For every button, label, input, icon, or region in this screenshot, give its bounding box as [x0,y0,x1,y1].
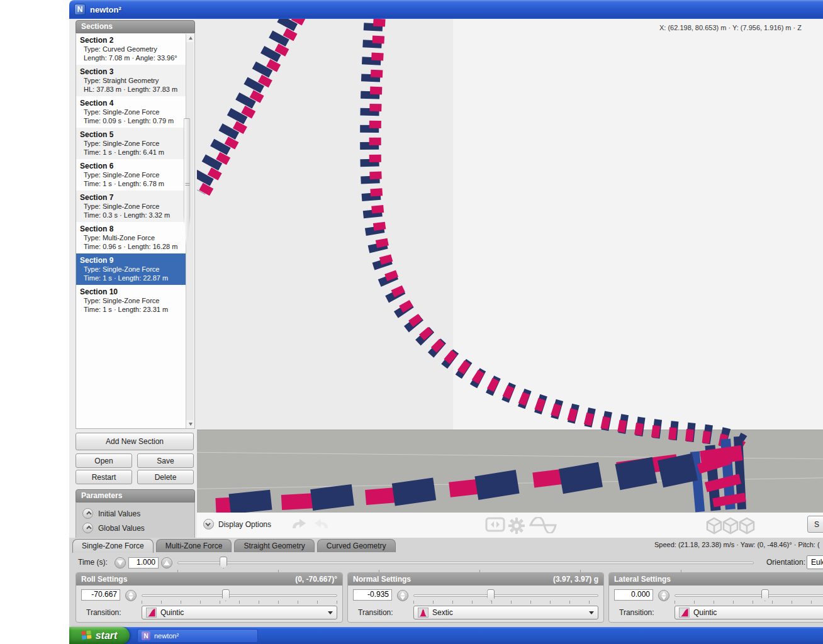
section-name: Section 7 [80,193,184,202]
roll-slider-ticks [142,601,337,604]
roll-spinner[interactable] [125,590,137,601]
window-titlebar[interactable]: N newton² [69,0,823,19]
scroll-down-icon[interactable] [186,420,194,428]
viewport-3d[interactable]: X: (62.198, 80.653) m · Y: (7.956, 1.916… [197,19,823,513]
chevron-down-icon[interactable] [203,519,214,530]
gear-icon[interactable] [508,517,525,535]
time-slider[interactable] [177,556,754,570]
section-list-item[interactable]: Section 7 Type: Single-Zone Force Time: … [76,191,186,222]
coords-readout: X: (62.198, 80.653) m · Y: (7.956, 1.916… [659,24,823,31]
time-input[interactable]: 1.000 [128,557,159,569]
fit-view-icon[interactable] [485,517,505,532]
normal-slider-groove[interactable] [413,594,598,597]
lateral-value-input[interactable]: 0.000 [614,589,653,601]
open-button[interactable]: Open [76,453,132,468]
section-type: Type: Single-Zone Force [80,296,184,305]
start-button[interactable]: start [69,627,130,644]
normal-value-input[interactable]: -0.935 [353,589,392,601]
global-values-label: Global Values [98,524,145,533]
time-slider-groove[interactable] [177,562,754,564]
roll-slider-thumb[interactable] [222,589,230,601]
section-list-item[interactable]: Section 4 Type: Single-Zone Force Time: … [76,96,186,128]
time-label: Time (s): [78,558,108,567]
lateral-spinner[interactable] [658,590,669,601]
normal-spinner[interactable] [397,590,408,601]
lateral-slider-thumb[interactable] [761,589,769,601]
cube-icon[interactable] [738,517,756,535]
normal-transition-value: Sextic [432,608,589,617]
side-panel-button[interactable]: S [807,516,823,533]
roll-value-input[interactable]: -70.667 [81,589,120,601]
section-list-item[interactable]: Section 3 Type: Straight Geometry HL: 37… [76,65,186,96]
section-detail: Time: 0.96 s · Length: 16.28 m [80,242,184,251]
sextic-curve-icon [418,608,428,618]
collapse-initial-values-button[interactable] [82,508,93,519]
add-new-section-button[interactable]: Add New Section [76,433,194,450]
parameters-panel: Parameters Initial Values Global Values [76,489,195,540]
time-slider-thumb[interactable] [220,557,227,569]
section-list-item-selected[interactable]: Section 9 Type: Single-Zone Force Time: … [76,253,186,285]
redo-icon[interactable] [311,517,330,533]
viewport-controls-strip: Display Options [197,513,823,538]
time-decrement-button[interactable] [115,557,126,569]
sections-panel-header: Sections [76,20,195,33]
newton-task-icon: N [142,631,150,640]
tab-single-zone-force[interactable]: Single-Zone Force [72,539,154,553]
roll-slider-groove[interactable] [142,594,337,597]
parameters-body: Initial Values Global Values [76,502,195,540]
display-options-button[interactable]: Display Options [203,519,271,530]
taskbar: start N newton² [69,627,823,644]
normal-transition-label: Transition: [358,608,393,617]
desktop: N newton² Sections Section 2 Type: Curve… [0,0,823,644]
normal-transition-dropdown[interactable]: Sextic [413,606,598,619]
restart-button[interactable]: Restart [76,470,132,484]
tab-multi-zone-force[interactable]: Multi-Zone Force [156,539,232,552]
lateral-transition-dropdown[interactable]: Quintic [675,606,823,619]
collapse-global-values-button[interactable] [82,523,93,533]
dropdown-arrow-icon [328,611,333,614]
time-increment-button[interactable] [161,557,172,569]
orientation-dropdown[interactable]: Eule [807,555,823,569]
delete-button[interactable]: Delete [137,470,194,484]
sections-list: Section 2 Type: Curved Geometry Length: … [76,33,195,429]
cube-icon[interactable] [722,517,739,535]
cube-icon[interactable] [705,517,723,535]
section-name: Section 4 [80,99,184,108]
tab-curved-geometry[interactable]: Curved Geometry [317,539,396,552]
lateral-slider-groove[interactable] [675,594,823,597]
scrollbar-grip [186,183,190,187]
roll-settings-panel: Roll Settings (0, -70.667)° -70.667 Tran… [76,572,343,623]
save-button[interactable]: Save [137,453,194,468]
section-list-item[interactable]: Section 5 Type: Single-Zone Force Time: … [76,128,186,159]
roll-transition-label: Transition: [86,608,121,617]
section-editor: Single-Zone Force Multi-Zone Force Strai… [69,538,823,627]
normal-settings-header: Normal Settings (3.97, 3.97) g [348,573,603,586]
section-detail: Time: 1 s · Length: 23.31 m [80,305,184,314]
taskbar-task-newton[interactable]: N newton² [137,629,258,643]
section-name: Section 9 [80,256,184,265]
section-list-item[interactable]: Section 6 Type: Single-Zone Force Time: … [76,159,186,191]
normal-settings-panel: Normal Settings (3.97, 3.97) g -0.935 Tr… [347,572,604,623]
quintic-curve-icon [146,608,157,618]
sections-scrollbar[interactable] [186,34,194,428]
roll-transition-dropdown[interactable]: Quintic [142,606,337,619]
section-list-item[interactable]: Section 2 Type: Curved Geometry Length: … [76,33,186,65]
quintic-curve-icon [679,608,690,618]
section-detail: Time: 1 s · Length: 6.41 m [80,148,184,157]
global-values-row[interactable]: Global Values [82,521,194,535]
undo-icon[interactable] [290,517,309,533]
section-list-item[interactable]: Section 10 Type: Single-Zone Force Time:… [76,285,186,316]
section-list-item[interactable]: Section 8 Type: Multi-Zone Force Time: 0… [76,222,186,253]
orientation-label: Orientation: [766,558,805,567]
initial-values-row[interactable]: Initial Values [82,506,194,521]
section-name: Section 6 [80,162,184,170]
scroll-up-icon[interactable] [186,34,194,42]
normal-slider-thumb[interactable] [487,589,495,601]
section-name: Section 2 [80,36,184,45]
sine-wave-icon[interactable] [529,517,557,533]
dropdown-arrow-icon [589,611,594,614]
parameters-panel-header: Parameters [76,489,195,502]
section-type: Type: Single-Zone Force [80,170,184,179]
tab-straight-geometry[interactable]: Straight Geometry [234,539,314,552]
roll-settings-header: Roll Settings (0, -70.667)° [76,573,342,586]
